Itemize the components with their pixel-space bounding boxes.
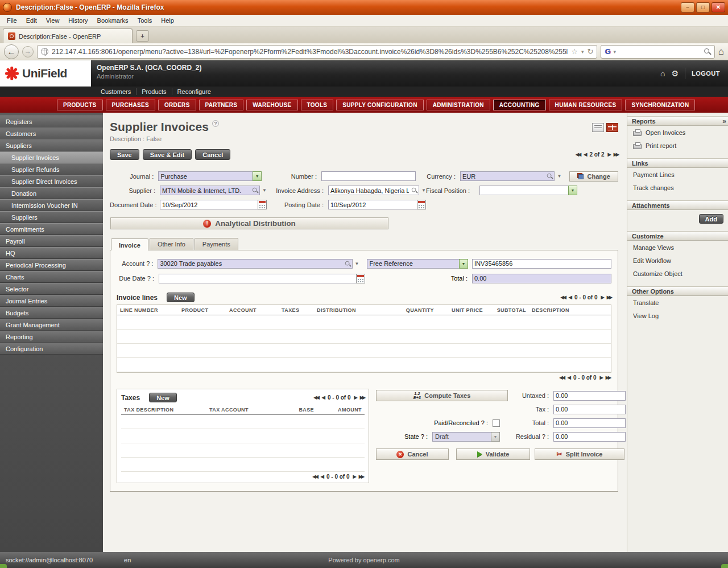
back-button[interactable]: ← [4,44,19,59]
menu-bookmarks[interactable]: Bookmarks [93,16,133,25]
tab-invoice[interactable]: Invoice [111,238,148,250]
next-page-icon[interactable]: ▶ [600,375,602,380]
nav-accounting[interactable]: ACCOUNTING [493,100,546,110]
sidebar-item-periodical-processing[interactable]: Periodical Processing [0,259,103,271]
document-date-calendar-icon[interactable] [258,200,267,209]
sidebar-item-supplier-direct-invoices[interactable]: Supplier Direct Invoices [0,175,103,187]
journal-dropdown-icon[interactable]: ▼ [253,171,262,181]
residual-input[interactable] [553,432,626,442]
invoice-address-open-icon[interactable]: ▼ [421,188,426,193]
paid-reconciled-checkbox[interactable] [493,419,500,427]
link-track-changes[interactable]: Track changes [627,181,728,194]
prev-page-icon[interactable]: ◀ [321,474,323,479]
report-open-invoices[interactable]: Open Invoices [627,126,728,139]
sidebar-item-payroll[interactable]: Payroll [0,235,103,247]
last-record-icon[interactable]: ▶▶ [614,152,618,157]
nav-products[interactable]: PRODUCTS [57,100,103,110]
menu-edit[interactable]: Edit [22,16,42,25]
next-page-icon[interactable]: ▶ [353,474,355,479]
journal-input[interactable] [158,171,253,181]
maximize-button[interactable]: □ [696,2,710,13]
first-page-icon[interactable]: ◀◀ [560,295,565,300]
menu-view[interactable]: View [42,16,64,25]
nav-warehouse[interactable]: WAREHOUSE [246,100,297,110]
nav-partners[interactable]: PARTNERS [199,100,244,110]
last-page-icon[interactable]: ▶▶ [360,395,365,400]
untaxed-input[interactable] [553,391,626,401]
menu-file[interactable]: File [2,16,22,25]
customize-customize-object[interactable]: Customize Object [627,267,728,280]
tab-payments[interactable]: Payments [195,238,238,250]
sidebar-item-reporting[interactable]: Reporting [0,331,103,343]
other-view-log[interactable]: View Log [627,309,728,322]
supplier-open-icon[interactable]: ▼ [262,188,267,193]
nav-human-resources[interactable]: HUMAN RESOURCES [549,100,623,110]
save-button[interactable]: Save [110,149,139,160]
forward-button[interactable]: → [22,46,34,57]
supplier-search-icon[interactable] [252,187,258,194]
menu-history[interactable]: History [64,16,92,25]
next-record-icon[interactable]: ▶ [608,152,610,157]
nav-supply-configuration[interactable]: SUPPLY CONFIGURATION [336,100,423,110]
shortcut-customers[interactable]: Customers [96,88,136,95]
invoice-lines-new-button[interactable]: New [167,293,195,302]
due-date-calendar-icon[interactable] [356,274,365,283]
sidebar-item-customers[interactable]: Customers [0,127,103,139]
add-attachment-button[interactable]: Add [699,214,723,224]
col-description[interactable]: DESCRIPTION [529,305,611,315]
first-page-icon[interactable]: ◀◀ [313,395,318,400]
search-engine-dropdown-icon[interactable]: ▾ [613,49,616,55]
list-view-icon[interactable] [592,123,604,132]
col-tax-account[interactable]: TAX ACCOUNT [206,405,283,415]
sidebar-item-supplier-refunds[interactable]: Supplier Refunds [0,163,103,175]
gear-icon[interactable]: ⚙ [671,69,679,78]
col-quantity[interactable]: QUANTITY [394,305,437,315]
fiscal-position-input[interactable] [479,186,569,195]
other-translate[interactable]: Translate [627,296,728,309]
prev-page-icon[interactable]: ◀ [568,375,570,380]
currency-open-icon[interactable]: ▼ [557,174,561,179]
split-invoice-button[interactable]: ✂ Split Invoice [535,448,624,460]
col-subtotal[interactable]: SUBTOTAL [486,305,529,315]
col-account[interactable]: ACCOUNT [226,305,279,315]
shortcut-products[interactable]: Products [136,88,172,95]
account-input[interactable] [158,259,352,269]
sidebar-item-suppliers-sub[interactable]: Suppliers [0,211,103,223]
compute-taxes-button[interactable]: 1.2 E+3 Compute Taxes [376,390,508,401]
logout-button[interactable]: LOGOUT [692,70,720,77]
reference-type-dropdown-icon[interactable]: ▼ [459,259,468,269]
url-dropdown-icon[interactable]: ▾ [581,49,584,55]
due-date-input[interactable] [159,274,357,283]
nav-tools[interactable]: TOOLS [301,100,334,110]
account-search-icon[interactable] [345,260,351,266]
reload-icon[interactable]: ↻ [587,47,593,56]
nav-purchases[interactable]: PURCHASES [106,100,156,110]
workflow-cancel-button[interactable]: ✕ Cancel [376,448,449,460]
total-input[interactable] [472,274,611,283]
sidebar-item-selector[interactable]: Selector [0,283,103,295]
reference-type-input[interactable] [367,259,460,269]
sidebar-item-journal-entries[interactable]: Journal Entries [0,295,103,307]
sidebar-item-supplier-invoices[interactable]: Supplier Invoices [0,151,103,163]
prev-page-icon[interactable]: ◀ [569,295,571,300]
tax-input[interactable] [553,405,626,414]
reference-input[interactable] [472,259,611,269]
col-unit-price[interactable]: UNIT PRICE [437,305,486,315]
form-view-icon[interactable] [606,123,618,132]
sidebar-item-donation[interactable]: Donation [0,187,103,199]
posting-date-input[interactable] [328,200,417,209]
sidebar-item-hq[interactable]: HQ [0,247,103,259]
sidebar-item-commitments[interactable]: Commitments [0,223,103,235]
browser-tab[interactable]: Description:False - OpenERP [3,28,133,43]
invoice-address-search-icon[interactable] [411,187,417,194]
new-tab-button[interactable]: + [136,30,149,42]
first-record-icon[interactable]: ◀◀ [576,152,580,157]
number-input[interactable] [321,171,416,181]
supplier-input[interactable] [160,186,260,195]
shortcut-reconfigure[interactable]: Reconfigure [172,88,216,95]
state-value[interactable]: Draft [432,432,491,442]
taxes-new-button[interactable]: New [149,393,177,402]
search-icon[interactable] [704,48,711,55]
col-product[interactable]: PRODUCT [179,305,226,315]
currency-search-icon[interactable] [547,173,553,179]
